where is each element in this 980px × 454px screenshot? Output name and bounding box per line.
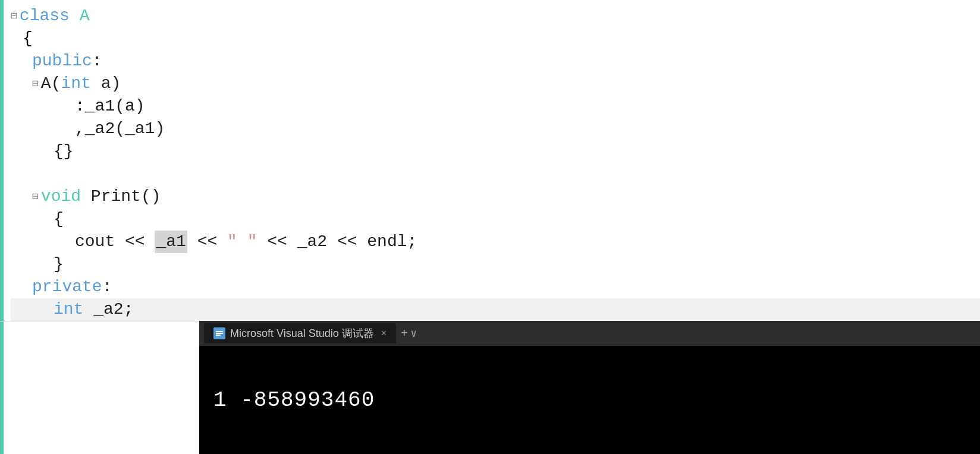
svg-rect-2	[216, 333, 223, 334]
class-name: A	[80, 5, 90, 27]
terminal-plus-button[interactable]: +	[401, 327, 408, 340]
svg-rect-3	[216, 335, 221, 336]
terminal-tab[interactable]: Microsoft Visual Studio 调试器 ×	[204, 323, 396, 343]
code-line-8	[11, 163, 980, 185]
code-line-13: private:	[11, 276, 980, 298]
code-line-7: {}	[11, 140, 980, 163]
kw-public: public	[32, 50, 92, 72]
code-line-9: ⊟ void Print()	[11, 185, 980, 208]
terminal-body: 1 -858993460	[199, 346, 980, 454]
code-line-2: {	[11, 27, 980, 50]
terminal-output: 1 -858993460	[213, 388, 375, 412]
terminal-overlay: Microsoft Visual Studio 调试器 × + ∨ 1 -858…	[199, 321, 980, 454]
kw-class: class	[20, 5, 80, 27]
code-line-11: cout << _a1 << " " << _a2 << endl;	[11, 231, 980, 253]
code-line-6: ,_a2(_a1)	[11, 118, 980, 140]
code-line-4: ⊟ A(int a)	[11, 72, 980, 95]
terminal-chevron-button[interactable]: ∨	[410, 327, 417, 340]
code-line-12: }	[11, 253, 980, 276]
terminal-tab-bar: Microsoft Visual Studio 调试器 × + ∨	[199, 321, 980, 346]
code-line-10: {	[11, 208, 980, 231]
editor-area: ⊟ class A { public: ⊟ A(int a) :_a1(a) ,…	[0, 0, 980, 454]
code-container: ⊟ class A { public: ⊟ A(int a) :_a1(a) ,…	[4, 0, 980, 321]
code-line-14: int _a2;	[11, 298, 980, 321]
code-line-5: :_a1(a)	[11, 95, 980, 118]
terminal-tab-label: Microsoft Visual Studio 调试器	[230, 326, 374, 340]
fold-icon-4[interactable]: ⊟	[32, 72, 39, 95]
constructor-name: A(	[41, 72, 61, 95]
code-line-1: ⊟ class A	[11, 5, 980, 27]
kw-private: private	[32, 276, 102, 298]
code-line-3: public:	[11, 50, 980, 72]
svg-rect-1	[216, 331, 223, 332]
fold-icon-9[interactable]: ⊟	[32, 185, 39, 208]
highlighted-a1: _a1	[155, 231, 187, 253]
fold-icon-1[interactable]: ⊟	[11, 5, 17, 27]
terminal-tab-icon	[213, 327, 225, 339]
terminal-close-button[interactable]: ×	[381, 328, 387, 339]
